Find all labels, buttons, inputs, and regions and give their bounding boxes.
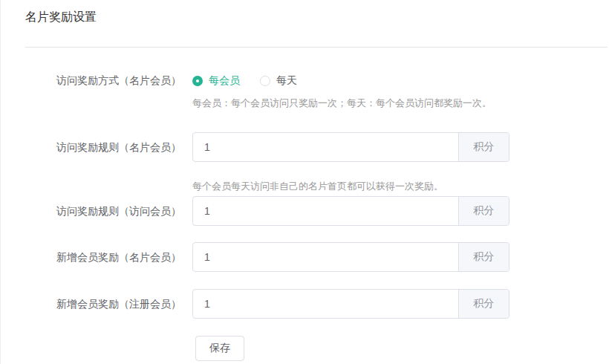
radio-option-label: 每会员	[209, 74, 240, 88]
label-new-member-card: 新增会员奖励（名片会员）	[1, 250, 181, 264]
reward-mode-radio-group: 每会员 每天	[192, 74, 297, 88]
label-visit-rule-card: 访问奖励规则（名片会员）	[1, 140, 181, 155]
page-title: 名片奖励设置	[25, 10, 97, 25]
new-member-card-input[interactable]	[193, 243, 458, 271]
label-new-member-register: 新增会员奖励（注册会员）	[1, 296, 181, 311]
radio-unselected-icon	[260, 76, 270, 86]
help-visit-rule-visitor: 每个会员每天访问非自己的名片首页都可以获得一次奖励。	[192, 181, 443, 192]
label-visit-rule-visitor: 访问奖励规则（访问会员）	[1, 204, 181, 218]
unit-addon: 积分	[458, 243, 509, 271]
visit-rule-visitor-input[interactable]	[193, 197, 458, 225]
input-group-new-member-card: 积分	[192, 242, 509, 272]
visit-rule-card-input[interactable]	[193, 133, 458, 161]
divider	[25, 47, 608, 48]
radio-option-label: 每天	[276, 74, 297, 88]
unit-addon: 积分	[458, 290, 509, 318]
save-button[interactable]: 保存	[195, 336, 244, 361]
unit-addon: 积分	[458, 133, 509, 161]
help-reward-mode: 每会员：每个会员访问只奖励一次；每天：每个会员访问都奖励一次。	[192, 97, 492, 109]
radio-option-per-day[interactable]: 每天	[260, 74, 297, 88]
input-group-new-member-register: 积分	[192, 289, 509, 319]
input-group-visit-rule-visitor: 积分	[192, 196, 509, 226]
label-reward-mode: 访问奖励方式（名片会员）	[1, 73, 181, 88]
radio-option-per-member[interactable]: 每会员	[192, 74, 240, 88]
new-member-register-input[interactable]	[193, 290, 458, 318]
radio-selected-icon	[192, 76, 203, 86]
unit-addon: 积分	[458, 197, 509, 225]
input-group-visit-rule-card: 积分	[192, 132, 509, 162]
